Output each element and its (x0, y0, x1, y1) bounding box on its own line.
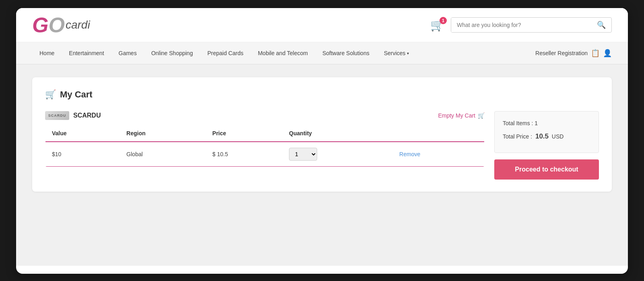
header-right: 🛒 1 🔍 (430, 17, 612, 33)
total-price-currency: USD (552, 133, 564, 140)
checkout-button[interactable]: Proceed to checkout (494, 159, 599, 180)
empty-cart-link[interactable]: Empty My Cart 🛒 (438, 112, 485, 119)
vendor-name: SCARDU (73, 112, 101, 119)
nav-item-prepaid-cards[interactable]: Prepaid Cards (200, 43, 251, 63)
col-header-actions (393, 125, 484, 142)
empty-cart-icon: 🛒 (478, 112, 485, 119)
total-items-label: Total Items : (503, 120, 533, 126)
vendor-row: SCARDU SCARDU Empty My Cart 🛒 (45, 111, 485, 120)
logo-cardi: cardi (66, 19, 90, 31)
cart-icon-button[interactable]: 🛒 1 (430, 19, 444, 32)
cell-remove: Remove (393, 142, 484, 167)
remove-button[interactable]: Remove (399, 151, 420, 157)
logo[interactable]: GO cardi (32, 14, 90, 35)
site-header: GO cardi 🛒 1 🔍 (16, 8, 628, 42)
cart-card: 🛒 My Cart SCARDU SCARDU Empty My Cart 🛒 (32, 77, 612, 192)
search-button[interactable]: 🔍 (591, 21, 611, 29)
site-nav: Home Entertainment Games Online Shopping… (16, 42, 628, 64)
logo-g: G (32, 13, 48, 37)
cart-title: 🛒 My Cart (45, 89, 599, 100)
cart-title-icon: 🛒 (45, 89, 56, 100)
cart-badge: 1 (440, 17, 447, 24)
nav-item-services[interactable]: Services ▾ (377, 43, 417, 63)
total-price-line: Total Price : 10.5 USD (503, 131, 590, 142)
reseller-user-icon: 👤 (603, 49, 612, 58)
cell-price: $ 10.5 (206, 142, 283, 167)
checkout-wrap: Proceed to checkout (494, 159, 599, 180)
search-bar: 🔍 (451, 17, 612, 33)
col-header-quantity: Quantity (283, 125, 393, 142)
total-price-label: Total Price : (503, 133, 532, 140)
vendor-logo-img: SCARDU (45, 111, 69, 120)
total-items-value: 1 (535, 120, 538, 126)
quantity-select[interactable]: 1 2 3 4 5 (289, 148, 317, 161)
logo-o: O (48, 13, 64, 37)
nav-reseller-registration[interactable]: Reseller Registration 📋 👤 (528, 42, 612, 64)
total-items-line: Total Items : 1 (503, 119, 590, 128)
cart-left: SCARDU SCARDU Empty My Cart 🛒 Value R (45, 111, 485, 180)
nav-item-games[interactable]: Games (111, 43, 144, 63)
reseller-label: Reseller Registration (535, 50, 588, 56)
cell-region: Global (120, 142, 206, 167)
cart-title-text: My Cart (60, 89, 93, 100)
col-header-value: Value (45, 125, 120, 142)
cart-table-header-row: Value Region Price Quantity (45, 125, 485, 142)
summary-box: Total Items : 1 Total Price : 10.5 USD (494, 111, 599, 153)
table-row: $10 Global $ 10.5 1 2 3 4 5 (45, 142, 485, 167)
vendor-logo: SCARDU (45, 111, 69, 120)
cart-table: Value Region Price Quantity $10 Global (45, 125, 485, 167)
nav-item-online-shopping[interactable]: Online Shopping (144, 43, 200, 63)
reseller-icon: 📋 (591, 49, 600, 58)
cell-quantity: 1 2 3 4 5 (283, 142, 393, 167)
nav-item-mobile-telecom[interactable]: Mobile and Telecom (251, 43, 315, 63)
cell-value: $10 (45, 142, 120, 167)
nav-item-entertainment[interactable]: Entertainment (62, 43, 111, 63)
col-header-region: Region (120, 125, 206, 142)
services-dropdown-icon: ▾ (407, 51, 409, 56)
search-input[interactable] (451, 18, 591, 32)
nav-item-software-solutions[interactable]: Software Solutions (315, 43, 377, 63)
total-price-value: 10.5 (535, 132, 549, 140)
col-header-price: Price (206, 125, 283, 142)
empty-cart-label: Empty My Cart (438, 112, 475, 119)
cart-body: SCARDU SCARDU Empty My Cart 🛒 Value R (45, 111, 599, 180)
nav-item-home[interactable]: Home (32, 43, 62, 63)
main-content: 🛒 My Cart SCARDU SCARDU Empty My Cart 🛒 (16, 64, 628, 266)
cart-right: Total Items : 1 Total Price : 10.5 USD P… (494, 111, 599, 180)
